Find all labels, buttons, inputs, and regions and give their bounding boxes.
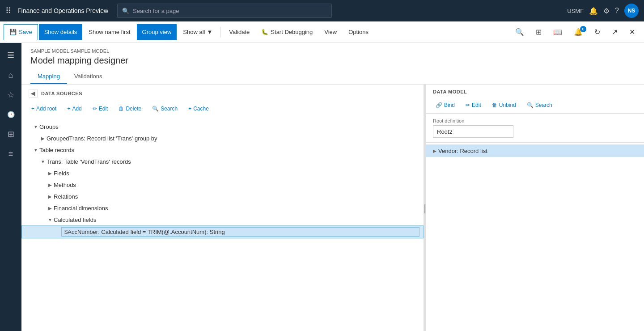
data-model-header: DATA MODEL	[426, 85, 644, 97]
tree-item-calculated-fields[interactable]: ▼ Calculated fields	[21, 214, 424, 225]
debug-icon: 🐛	[261, 29, 268, 35]
badge-count: 0	[580, 26, 586, 32]
search-toolbar-icon: 🔍	[515, 28, 524, 36]
apps-icon[interactable]: ⠿	[5, 6, 11, 16]
show-details-button[interactable]: Show details	[39, 24, 83, 40]
tree-item-fields[interactable]: ▶ Fields	[21, 167, 424, 179]
search-ds-icon: 🔍	[152, 106, 159, 112]
add-root-icon: +	[31, 106, 34, 112]
data-sources-panel: ◀ DATA SOURCES + Add root + Add ✏ Edit	[21, 85, 424, 331]
add-button[interactable]: + Add	[63, 102, 86, 115]
search-toolbar-button[interactable]: 🔍	[510, 24, 530, 40]
tab-validations[interactable]: Validations	[67, 69, 110, 84]
dm-edit-icon: ✏	[466, 102, 470, 108]
edit-icon: ✏	[93, 106, 97, 112]
bind-button[interactable]: 🔗 Bind	[431, 99, 459, 111]
search-ds-button[interactable]: 🔍 Search	[148, 102, 182, 115]
tree-item-financial-dims[interactable]: ▶ Financial dimensions	[21, 202, 424, 214]
personalize-button[interactable]: ⊞	[530, 24, 547, 40]
tree-item-trans[interactable]: ▼ Trans: Table 'VendTrans' records	[21, 156, 424, 167]
main-toolbar: 💾 Save Show details Show name first Grou…	[0, 21, 644, 43]
show-all-button[interactable]: Show all ▼	[178, 24, 218, 40]
breadcrumb: SAMPLE MODEL SAMPLE MODEL	[30, 48, 635, 54]
expand-button[interactable]: ↗	[606, 24, 623, 40]
app-title: Finance and Operations Preview	[17, 7, 108, 14]
data-model-toolbar: 🔗 Bind ✏ Edit 🗑 Unbind 🔍 Search	[426, 97, 644, 114]
search-placeholder: Search for a page	[133, 8, 179, 14]
expand-icon-vendor: ▶	[431, 147, 438, 154]
tree-item-tablerecords[interactable]: ▼ Table records	[21, 144, 424, 156]
page-title: Model mapping designer	[30, 55, 635, 66]
edit-button[interactable]: ✏ Edit	[88, 102, 113, 115]
left-navigation: ☰ ⌂ ☆ 🕐 ⊞ ≡	[0, 43, 21, 331]
data-sources-label: DATA SOURCES	[41, 91, 82, 96]
search-dm-button[interactable]: 🔍 Search	[522, 99, 557, 111]
tab-mapping[interactable]: Mapping	[30, 69, 67, 84]
panel-collapse-button[interactable]: ◀	[29, 89, 38, 98]
unbind-icon: 🗑	[492, 102, 497, 108]
start-debugging-button[interactable]: 🐛 Start Debugging	[256, 24, 318, 40]
cache-icon: +	[188, 106, 191, 112]
home-nav-item[interactable]: ⌂	[2, 66, 20, 84]
tree-item-groupedtrans[interactable]: ▶ GroupedTrans: Record list 'Trans' grou…	[21, 132, 424, 144]
badge-button[interactable]: 🔔 0	[568, 24, 588, 40]
main-content: SAMPLE MODEL SAMPLE MODEL Model mapping …	[21, 43, 644, 331]
data-model-tree: ▶ Vendor: Record list	[426, 143, 644, 331]
content-area: ◀ DATA SOURCES + Add root + Add ✏ Edit	[21, 85, 644, 331]
data-model-panel: DATA MODEL 🔗 Bind ✏ Edit 🗑 Unbind	[426, 85, 644, 331]
unbind-button[interactable]: 🗑 Unbind	[487, 99, 521, 111]
cache-button[interactable]: + Cache	[184, 102, 213, 115]
hamburger-menu-button[interactable]: ☰	[2, 47, 20, 64]
close-button[interactable]: ✕	[624, 24, 640, 40]
tree-item-groups[interactable]: ▼ Groups	[21, 121, 424, 132]
search-icon: 🔍	[122, 8, 129, 14]
tree-item-relations[interactable]: ▶ Relations	[21, 191, 424, 202]
tree-item-acc-number[interactable]: $AccNumber: Calculated field = TRIM(@.Ac…	[21, 225, 424, 238]
tabs-container: Mapping Validations	[30, 69, 635, 84]
dm-edit-button[interactable]: ✏ Edit	[461, 99, 486, 111]
view-button[interactable]: View	[319, 24, 342, 40]
data-sources-toolbar: + Add root + Add ✏ Edit 🗑 Delete	[21, 101, 424, 117]
expand-icon-methods: ▶	[47, 181, 54, 188]
acc-number-label: $AccNumber: Calculated field = TRIM(@.Ac…	[61, 227, 419, 237]
validate-button[interactable]: Validate	[224, 24, 255, 40]
global-search-box[interactable]: 🔍 Search for a page	[117, 4, 332, 18]
favorites-nav-item[interactable]: ☆	[2, 86, 20, 104]
reading-mode-button[interactable]: 📖	[548, 24, 568, 40]
add-root-button[interactable]: + Add root	[27, 102, 61, 115]
recent-nav-item[interactable]: 🕐	[2, 106, 20, 123]
expand-icon-groupedtrans: ▶	[39, 135, 47, 142]
modules-nav-item[interactable]: ≡	[2, 145, 20, 163]
expand-icon-groups: ▼	[32, 123, 39, 130]
toolbar-separator-1	[220, 27, 221, 38]
user-org: USMF	[567, 8, 584, 14]
top-navigation: ⠿ Finance and Operations Preview 🔍 Searc…	[0, 0, 644, 21]
expand-icon-calculated-fields: ▼	[47, 216, 54, 223]
delete-icon: 🗑	[119, 106, 124, 112]
save-icon: 💾	[9, 29, 17, 35]
workspaces-nav-item[interactable]: ⊞	[2, 125, 20, 143]
root-definition-section: Root definition	[426, 114, 644, 143]
top-nav-right: USMF 🔔 ⚙ ? NS	[567, 4, 639, 18]
page-header: SAMPLE MODEL SAMPLE MODEL Model mapping …	[21, 43, 644, 85]
user-avatar[interactable]: NS	[624, 4, 639, 18]
help-icon[interactable]: ?	[615, 7, 619, 15]
expand-icon-fields: ▶	[47, 170, 54, 177]
settings-icon[interactable]: ⚙	[603, 7, 610, 15]
delete-button[interactable]: 🗑 Delete	[114, 102, 146, 115]
data-sources-panel-header: ◀ DATA SOURCES	[21, 85, 424, 101]
root-definition-input[interactable]	[433, 125, 513, 138]
options-button[interactable]: Options	[343, 24, 374, 40]
add-icon: +	[67, 106, 70, 112]
expand-icon-relations: ▶	[47, 193, 54, 200]
bind-icon: 🔗	[436, 102, 442, 108]
refresh-button[interactable]: ↻	[589, 24, 606, 40]
main-layout: ☰ ⌂ ☆ 🕐 ⊞ ≡ SAMPLE MODEL SAMPLE MODEL Mo…	[0, 43, 644, 331]
group-view-button[interactable]: Group view	[137, 24, 177, 40]
data-model-item-vendor[interactable]: ▶ Vendor: Record list	[426, 144, 644, 157]
root-definition-label: Root definition	[433, 118, 637, 123]
notifications-icon[interactable]: 🔔	[589, 7, 598, 15]
show-name-first-button[interactable]: Show name first	[83, 24, 136, 40]
save-button[interactable]: 💾 Save	[4, 24, 38, 40]
tree-item-methods[interactable]: ▶ Methods	[21, 179, 424, 191]
